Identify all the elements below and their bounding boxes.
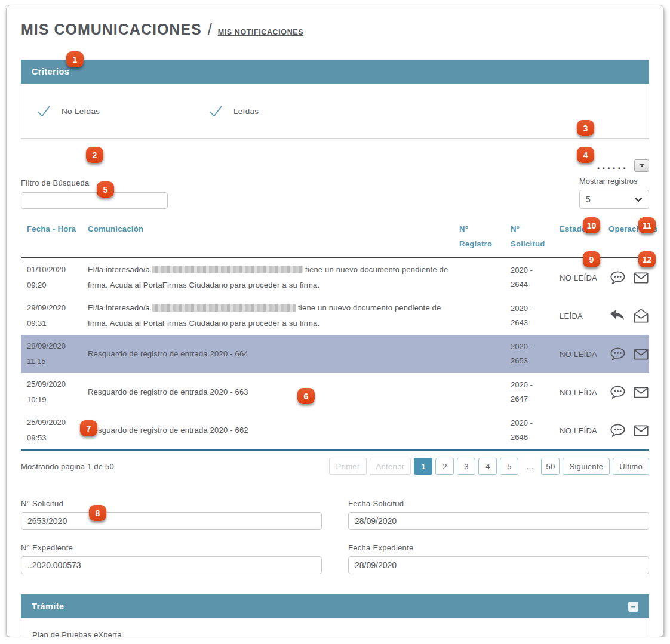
annotation-badge-7: 7 [80,420,97,436]
tramite-panel: Trámite − Plan de Pruebas eXperta [21,594,649,637]
collapse-icon[interactable]: − [628,602,638,612]
main-card: MIS COMUNICACIONES / MIS NOTIFICACIONES … [6,5,664,637]
mail-closed-icon[interactable] [632,269,650,287]
row-solicitud: 2020 - 2647 [511,374,551,411]
search-filter-input[interactable] [21,192,168,209]
annotation-badge-11: 11 [638,217,656,233]
fecha-solicitud-label: Fecha Solicitud [348,499,649,508]
table-header-row: Fecha - Hora Comunicación N° Registro N°… [21,222,649,258]
mis-notificaciones-link[interactable]: MIS NOTIFICACIONES [218,28,303,36]
row-estado: LEÍDA [560,306,600,326]
table-bottom-divider [21,449,649,451]
table-row[interactable]: 01/10/202009:20 El/la interesado/atiene … [21,258,649,297]
row-date: 28/09/202011:15 [27,335,79,373]
row-operations [608,303,650,329]
annotation-badge-1: 1 [66,51,84,67]
annotation-badge-2: 2 [86,147,103,163]
row-operations [608,418,650,443]
row-message: Resguardo de registro de entrada 2020 - … [88,343,451,365]
row-solicitud: 2020 - 2653 [511,336,551,372]
solicitud-field[interactable] [21,512,322,530]
annotation-badge-9: 9 [583,251,600,267]
table-controls: Filtro de Búsqueda ...... Mostrar regist… [21,159,649,209]
fecha-expediente-label: Fecha Expediente [348,543,649,552]
row-registro [459,312,502,319]
col-solicitud[interactable]: N° Solicitud [511,222,551,257]
comment-icon[interactable] [608,269,627,287]
annotation-badge-6: 6 [297,388,315,404]
pager: Primer Anterior 1 2 3 4 5 ... 50 Siguien… [329,458,649,475]
criterios-panel: Criterios No Leídas Leídas [21,60,649,139]
row-solicitud: 2020 - 2646 [511,412,551,449]
table-row-selected[interactable]: 28/09/202011:15 Resguardo de registro de… [21,335,649,373]
page-50-button[interactable]: 50 [541,458,560,475]
detail-form: N° Solicitud Fecha Solicitud N° Expedien… [21,499,649,574]
row-estado: NO LEÍDA [560,420,600,441]
show-records-select[interactable]: 5 [579,190,649,209]
table-row[interactable]: 25/09/202009:53 Resguardo de registro de… [21,411,649,449]
expediente-label: N° Expediente [21,543,322,552]
expediente-field[interactable] [21,556,322,574]
row-operations [608,265,650,291]
page-next-button[interactable]: Siguiente [563,458,610,475]
comment-icon[interactable] [608,421,627,440]
annotation-badge-3: 3 [577,120,594,136]
row-estado: NO LEÍDA [560,382,600,403]
page-4-button[interactable]: 4 [478,458,497,475]
checkmark-icon [208,103,224,119]
table-row[interactable]: 29/09/202009:31 El/la interesado/atiene … [21,297,649,335]
col-registro[interactable]: N° Registro [459,222,502,257]
tramite-header[interactable]: Trámite − [21,594,649,618]
tramite-title: Trámite [32,602,64,611]
reply-icon[interactable] [608,307,627,325]
fecha-expediente-field[interactable] [348,556,649,574]
page-5-button[interactable]: 5 [500,458,518,475]
criterios-header: Criterios [21,60,649,84]
fecha-solicitud-field[interactable] [348,512,649,530]
table-row[interactable]: 25/09/202010:19 Resguardo de registro de… [21,373,649,411]
page-last-button[interactable]: Último [613,458,649,475]
annotation-badge-5: 5 [97,181,114,198]
communications-table: Fecha - Hora Comunicación N° Registro N°… [21,222,649,451]
page-ellipsis: ... [521,458,538,475]
filter-label: Filtro de Búsqueda [21,178,168,187]
dropdown-arrow-icon[interactable] [634,159,649,172]
row-estado: NO LEÍDA [560,267,600,288]
page-prev-button[interactable]: Anterior [370,458,411,475]
page-1-button[interactable]: 1 [414,458,432,475]
show-records-label: Mostrar registros [579,177,638,186]
mail-closed-icon[interactable] [632,421,650,440]
row-date: 29/09/202009:31 [27,297,79,335]
mail-closed-icon[interactable] [632,383,650,402]
checkbox-label: Leídas [233,107,259,116]
row-date: 01/10/202009:20 [27,258,79,297]
chevron-down-icon [634,197,643,202]
page-first-button[interactable]: Primer [329,458,366,475]
page-3-button[interactable]: 3 [457,458,475,475]
checkbox-leidas[interactable]: Leídas [208,103,259,119]
row-solicitud: 2020 - 2644 [511,260,551,296]
checkmark-icon [36,103,52,119]
comment-icon[interactable] [608,345,627,363]
mail-open-icon[interactable] [632,307,650,325]
row-registro [459,389,502,396]
row-message: El/la interesado/atiene un nuevo documen… [88,258,451,297]
mail-closed-icon[interactable] [632,345,650,363]
comment-icon[interactable] [608,383,627,402]
pagination-summary: Mostrando página 1 de 50 [21,462,114,471]
column-visibility-dots[interactable]: ...... [597,163,628,169]
checkbox-no-leidas[interactable]: No Leídas [36,103,208,119]
row-registro [459,274,502,281]
row-message: Resguardo de registro de entrada 2020 - … [88,381,451,403]
annotation-badge-12: 12 [638,251,656,267]
row-registro [459,350,502,358]
checkbox-label: No Leídas [62,107,100,116]
page-2-button[interactable]: 2 [435,458,454,475]
redacted-name [152,304,296,312]
page-title: MIS COMUNICACIONES [21,21,202,38]
col-comunicacion[interactable]: Comunicación [88,222,451,257]
row-date: 25/09/202010:19 [27,373,79,411]
col-fecha-hora[interactable]: Fecha - Hora [27,222,79,257]
annotation-badge-4: 4 [577,147,594,163]
annotation-badge-8: 8 [89,505,106,521]
